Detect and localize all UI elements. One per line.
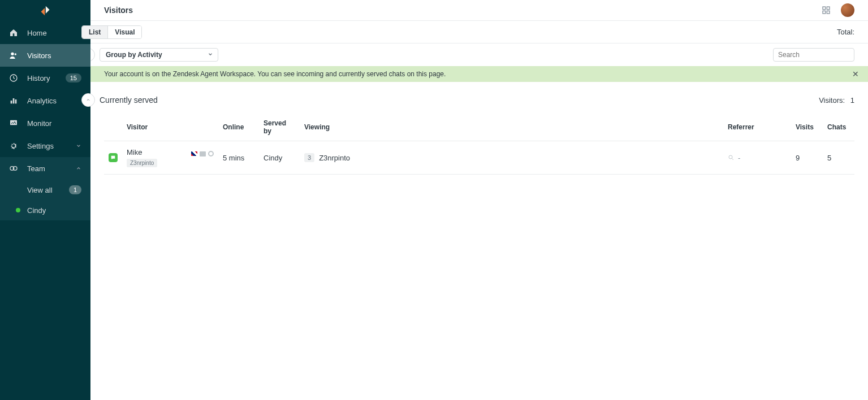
view-all-badge: 1 bbox=[69, 185, 81, 194]
home-icon bbox=[9, 28, 18, 37]
visitor-name: Mike bbox=[127, 148, 157, 156]
search-input[interactable] bbox=[773, 48, 854, 62]
sidebar-item-home[interactable]: Home bbox=[0, 21, 90, 44]
tab-visual[interactable]: Visual bbox=[107, 26, 141, 38]
chevron-up-icon bbox=[76, 164, 81, 173]
cell-served-by: Cindy bbox=[259, 141, 300, 175]
cell-visits: 9 bbox=[791, 141, 823, 175]
header: Visitors bbox=[90, 0, 868, 21]
workspace-banner: Your account is on the Zendesk Agent Wor… bbox=[90, 66, 868, 82]
visitors-count: Visitors: 1 bbox=[819, 96, 854, 105]
col-chats: Chats bbox=[823, 114, 854, 141]
sidebar-item-team[interactable]: Team bbox=[0, 157, 90, 180]
chevron-down-icon bbox=[76, 142, 81, 150]
history-icon bbox=[9, 73, 18, 82]
group-by-label: Group by Activity bbox=[106, 51, 162, 59]
col-online: Online bbox=[218, 114, 259, 141]
cell-chats: 5 bbox=[823, 141, 854, 175]
col-viewing: Viewing bbox=[300, 114, 723, 141]
viewing-count-badge: 3 bbox=[304, 153, 314, 162]
visitors-table: Visitor Online Served by Viewing Referre… bbox=[104, 114, 854, 175]
sidebar-item-label: Team bbox=[27, 164, 45, 173]
svg-rect-4 bbox=[13, 98, 15, 103]
total-label: Total: bbox=[837, 28, 854, 36]
main-content: Visitors List Visual Total: Group by Act… bbox=[90, 0, 868, 400]
sidebar-item-label: Visitors bbox=[27, 51, 51, 60]
section-title: Currently served bbox=[100, 95, 158, 105]
logo[interactable] bbox=[0, 0, 90, 21]
platform-icon bbox=[200, 151, 206, 156]
view-toggle: List Visual bbox=[81, 25, 142, 39]
apps-grid-icon[interactable] bbox=[822, 6, 831, 15]
sidebar-item-label: View all bbox=[27, 186, 53, 194]
browser-icon bbox=[208, 151, 214, 156]
sidebar-item-monitor[interactable]: Monitor bbox=[0, 112, 90, 134]
svg-rect-10 bbox=[827, 7, 830, 10]
svg-rect-6 bbox=[10, 120, 17, 125]
chevron-down-icon bbox=[208, 51, 213, 59]
svg-rect-9 bbox=[823, 7, 826, 10]
section-header: Currently served Visitors: 1 bbox=[90, 82, 868, 114]
col-visits: Visits bbox=[791, 114, 823, 141]
analytics-icon bbox=[9, 96, 18, 105]
team-icon bbox=[9, 164, 18, 173]
svg-rect-3 bbox=[11, 101, 12, 103]
visitors-table-wrap: Visitor Online Served by Viewing Referre… bbox=[90, 114, 868, 175]
visitors-count-label: Visitors: bbox=[819, 96, 845, 105]
gear-icon bbox=[9, 141, 18, 150]
sidebar-item-label: Home bbox=[27, 29, 47, 37]
svg-rect-12 bbox=[827, 11, 830, 14]
col-served-by: Served by bbox=[259, 114, 300, 141]
team-member-cindy[interactable]: Cindy bbox=[0, 200, 90, 220]
team-view-all[interactable]: View all 1 bbox=[0, 180, 90, 200]
view-controls: List Visual Total: bbox=[90, 21, 868, 44]
history-badge: 15 bbox=[66, 73, 81, 82]
group-by-select[interactable]: Group by Activity bbox=[100, 48, 218, 62]
table-row[interactable]: Mike Z3nrpinto 5 mins bbox=[104, 141, 854, 175]
svg-point-13 bbox=[729, 155, 732, 159]
search-icon bbox=[728, 154, 735, 161]
status-dot-online bbox=[16, 208, 20, 212]
sidebar: Home Visitors History 15 Analytics Monit… bbox=[0, 0, 90, 400]
sidebar-item-label: Cindy bbox=[27, 206, 46, 215]
col-referrer: Referrer bbox=[723, 114, 791, 141]
svg-rect-11 bbox=[823, 11, 826, 14]
sidebar-item-label: History bbox=[27, 74, 50, 82]
monitor-icon bbox=[9, 119, 18, 128]
cell-online: 5 mins bbox=[218, 141, 259, 175]
sidebar-item-history[interactable]: History 15 bbox=[0, 67, 90, 89]
sidebar-item-label: Monitor bbox=[27, 119, 51, 128]
visitors-icon bbox=[9, 51, 18, 60]
filter-row: Group by Activity bbox=[90, 44, 868, 66]
sidebar-item-label: Settings bbox=[27, 142, 54, 150]
sidebar-item-label: Analytics bbox=[27, 97, 57, 105]
close-icon[interactable]: ✕ bbox=[852, 69, 859, 79]
visitor-tag: Z3nrpinto bbox=[127, 159, 157, 167]
visitors-count-value: 1 bbox=[850, 96, 854, 105]
svg-point-1 bbox=[15, 53, 16, 55]
banner-text: Your account is on the Zendesk Agent Wor… bbox=[104, 70, 446, 78]
viewing-page: Z3nrpinto bbox=[319, 154, 350, 162]
sidebar-item-settings[interactable]: Settings bbox=[0, 134, 90, 157]
svg-point-0 bbox=[11, 53, 14, 55]
col-visitor: Visitor bbox=[122, 114, 218, 141]
user-avatar[interactable] bbox=[841, 3, 854, 17]
page-title: Visitors bbox=[104, 6, 133, 15]
chat-status-icon bbox=[109, 153, 118, 162]
flag-uk-icon bbox=[191, 151, 197, 156]
cell-referrer: - bbox=[738, 154, 740, 162]
svg-rect-5 bbox=[15, 99, 17, 103]
sidebar-item-visitors[interactable]: Visitors bbox=[0, 44, 90, 67]
sidebar-item-analytics[interactable]: Analytics bbox=[0, 89, 90, 112]
team-subitems: View all 1 Cindy bbox=[0, 180, 90, 220]
